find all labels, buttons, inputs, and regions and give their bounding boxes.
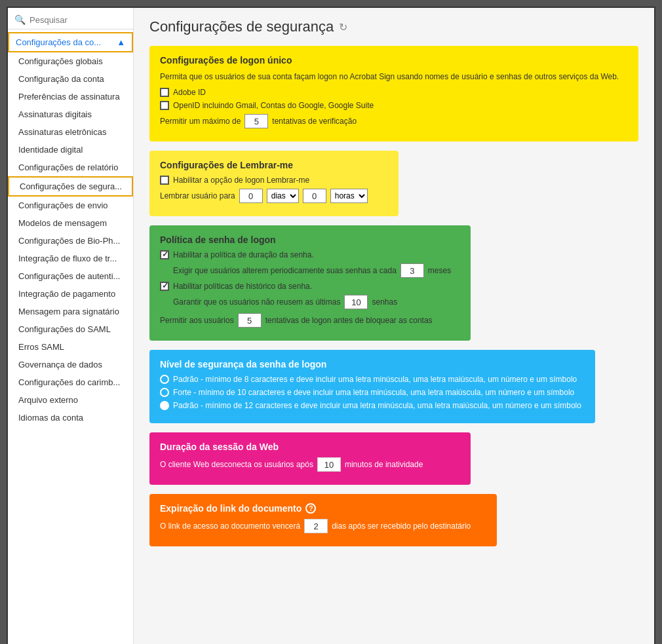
- duration-desc-row: Exigir que usuários alterem periodicamen…: [160, 263, 460, 278]
- sidebar-item-assinaturas-digitais[interactable]: Assinaturas digitais: [8, 105, 133, 123]
- doc-expiry-prefix: O link de acesso ao documento vencerá: [160, 521, 300, 531]
- sidebar-item-label: Idiomas da conta: [18, 413, 83, 423]
- max-attempts-input[interactable]: [244, 114, 268, 128]
- strength-radio-2[interactable]: [160, 401, 169, 410]
- sidebar-item-configuracoes-carimbo[interactable]: Configurações do carimb...: [8, 373, 133, 391]
- sidebar-item-preferencias-assinatura[interactable]: Preferências de assinatura: [8, 88, 133, 105]
- single-logon-title: Configurações de logon único: [160, 55, 628, 66]
- sidebar-item-configuracoes-envio[interactable]: Configurações de envio: [8, 197, 133, 214]
- sidebar-item-label: Configurações de envio: [18, 200, 108, 210]
- strength-radio-0[interactable]: [160, 375, 169, 384]
- sidebar-item-label: Assinaturas eletrônicas: [18, 127, 106, 137]
- password-policy-card: Política de senha de logon Habilitar a p…: [149, 225, 471, 341]
- max-attempts-suffix: tentativas de verificação: [272, 117, 357, 126]
- duration-checkbox[interactable]: [160, 250, 169, 259]
- sidebar-item-configuracao-da-conta[interactable]: Configuração da conta: [8, 70, 133, 88]
- sidebar-item-configuracoes-da-conta[interactable]: Configurações da co... ▲: [8, 32, 133, 52]
- sidebar-item-label: Integração de pagamento: [18, 289, 115, 299]
- sidebar-item-configuracoes-globais[interactable]: Configurações globais: [8, 52, 133, 70]
- search-bar[interactable]: 🔍: [8, 10, 133, 29]
- session-input[interactable]: [317, 457, 341, 472]
- openid-checkbox[interactable]: [160, 101, 169, 110]
- sidebar-item-label: Configurações globais: [18, 56, 103, 66]
- duration-label: Habilitar a política de duração da senha…: [173, 250, 314, 259]
- sidebar-item-governanca-dados[interactable]: Governança de dados: [8, 356, 133, 373]
- sidebar-item-label: Assinaturas digitais: [18, 109, 92, 119]
- sidebar-item-configuracoes-saml[interactable]: Configurações do SAML: [8, 320, 133, 338]
- attempts-input[interactable]: [238, 313, 262, 328]
- history-desc: Garantir que os usuários não reusem as ú…: [173, 297, 340, 307]
- duration-suffix: meses: [428, 266, 451, 275]
- adobe-id-label: Adobe ID: [173, 88, 206, 97]
- session-prefix: O cliente Web desconecta os usuários apó…: [160, 460, 313, 469]
- remember-user-row: Lembrar usuário para dias horas: [160, 189, 388, 203]
- sidebar-item-idiomas-conta[interactable]: Idiomas da conta: [8, 409, 133, 426]
- sidebar-item-label: Configurações do carimb...: [18, 377, 120, 387]
- history-label: Habilitar políticas de histórico da senh…: [173, 282, 312, 291]
- remember-me-checkbox[interactable]: [160, 176, 169, 185]
- doc-expiry-input[interactable]: [304, 519, 328, 533]
- sidebar-item-identidade-digital[interactable]: Identidade digital: [8, 141, 133, 159]
- sidebar-item-mensagem-signatario[interactable]: Mensagem para signatário: [8, 303, 133, 320]
- sidebar-item-label: Configurações do SAML: [18, 324, 111, 334]
- strength-label-1: Forte - mínimo de 10 caracteres e deve i…: [173, 388, 574, 397]
- sidebar-item-erros-saml[interactable]: Erros SAML: [8, 338, 133, 356]
- days-select[interactable]: dias: [267, 189, 299, 203]
- attempts-prefix: Permitir aos usuários: [160, 316, 234, 325]
- history-checkbox[interactable]: [160, 282, 169, 291]
- sidebar-item-label: Configurações de relatório: [18, 162, 118, 172]
- sidebar-item-label: Configurações de autenti...: [18, 271, 120, 281]
- history-suffix: senhas: [372, 297, 397, 307]
- adobe-id-checkbox[interactable]: [160, 88, 169, 97]
- sidebar-item-configuracoes-bioph[interactable]: Configurações de Bio-Ph...: [8, 232, 133, 250]
- hours-input[interactable]: [303, 189, 326, 203]
- sidebar-active-label: Configurações da co...: [16, 37, 101, 47]
- sidebar-item-label: Configurações de Bio-Ph...: [18, 236, 120, 246]
- doc-expiry-title: Expiração do link do documento: [160, 503, 302, 514]
- remember-user-prefix: Lembrar usuário para: [160, 191, 235, 200]
- remember-me-card: Configurações de Lembrar-me Habilitar a …: [149, 151, 399, 216]
- search-input[interactable]: [29, 15, 127, 25]
- sidebar-item-configuracoes-autenti[interactable]: Configurações de autenti...: [8, 267, 133, 285]
- remember-me-checkbox-row: Habilitar a opção de logon Lembrar-me: [160, 176, 388, 185]
- password-policy-title: Política de senha de logon: [160, 235, 460, 245]
- doc-expiry-row: O link de acesso ao documento vencerá di…: [160, 519, 486, 533]
- sidebar-item-integracao-fluxo[interactable]: Integração de fluxo de tr...: [8, 250, 133, 267]
- sidebar-item-label: Configuração da conta: [18, 74, 104, 84]
- main-content: Configurações de segurança ↻ Configuraçõ…: [134, 8, 654, 644]
- refresh-icon[interactable]: ↻: [339, 21, 347, 33]
- max-attempts-prefix: Permitir um máximo de: [160, 117, 241, 126]
- single-logon-card: Configurações de logon único Permita que…: [149, 46, 638, 142]
- history-input[interactable]: [344, 295, 368, 309]
- attempts-suffix: tentativas de logon antes de bloquear as…: [265, 316, 433, 325]
- remember-me-label: Habilitar a opção de logon Lembrar-me: [173, 176, 309, 185]
- sidebar-item-modelos-mensagem[interactable]: Modelos de mensagem: [8, 214, 133, 232]
- days-input[interactable]: [239, 189, 263, 203]
- info-icon[interactable]: ?: [305, 503, 316, 514]
- strength-label-2: Padrão - mínimo de 12 caracteres e deve …: [173, 401, 581, 410]
- session-duration-title: Duração da sessão da Web: [160, 442, 460, 452]
- duration-input[interactable]: [400, 263, 424, 278]
- remember-me-title: Configurações de Lembrar-me: [160, 160, 388, 170]
- sidebar-item-label: Erros SAML: [18, 342, 64, 352]
- sidebar-item-label: Arquivo externo: [18, 395, 78, 405]
- sidebar-item-label: Governança de dados: [18, 360, 102, 369]
- strength-option-2: Padrão - mínimo de 12 caracteres e deve …: [160, 401, 585, 410]
- hours-select[interactable]: horas: [330, 189, 368, 203]
- sidebar-item-configuracoes-seguranca[interactable]: Configurações de segura...: [8, 176, 133, 197]
- sidebar-item-integracao-pagamento[interactable]: Integração de pagamento: [8, 285, 133, 303]
- duration-row: Habilitar a política de duração da senha…: [160, 250, 460, 259]
- sidebar-item-label: Integração de fluxo de tr...: [18, 254, 117, 263]
- doc-expiry-card: Expiração do link do documento ? O link …: [149, 494, 497, 546]
- single-logon-desc: Permita que os usuários de sua conta faç…: [160, 71, 628, 83]
- sidebar-item-assinaturas-eletronicas[interactable]: Assinaturas eletrônicas: [8, 123, 133, 141]
- page-title: Configurações de segurança ↻: [149, 18, 638, 35]
- strength-radio-1[interactable]: [160, 388, 169, 397]
- sidebar: 🔍 Configurações da co... ▲ Configurações…: [8, 8, 134, 644]
- sidebar-item-arquivo-externo[interactable]: Arquivo externo: [8, 391, 133, 409]
- search-icon: 🔍: [14, 14, 26, 25]
- sidebar-item-configuracoes-relatorio[interactable]: Configurações de relatório: [8, 159, 133, 176]
- chevron-up-icon: ▲: [117, 37, 125, 47]
- duration-desc: Exigir que usuários alterem periodicamen…: [173, 266, 397, 275]
- password-strength-card: Nível de segurança da senha de logon Pad…: [149, 350, 595, 423]
